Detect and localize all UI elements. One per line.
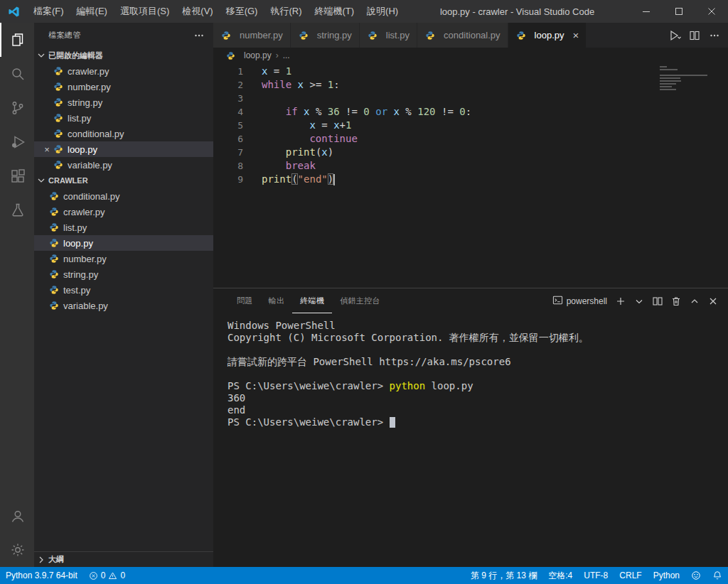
open-editors-list: ×crawler.py×number.py×string.py×list.py×… xyxy=(34,63,213,173)
panel-tab[interactable]: 輸出 xyxy=(261,288,293,313)
close-panel-button[interactable] xyxy=(705,293,721,309)
file-item[interactable]: list.py xyxy=(34,220,213,235)
menu-item-5[interactable]: 執行(R) xyxy=(264,0,308,23)
breadcrumb-file[interactable]: loop.py xyxy=(244,50,272,60)
file-name: list.py xyxy=(63,222,87,233)
editor-tab[interactable]: string.py xyxy=(291,23,360,48)
split-terminal-button[interactable] xyxy=(650,293,665,309)
terminal-line: 請嘗試新的跨平台 PowerShell https://aka.ms/pscor… xyxy=(228,356,728,368)
open-editor-item[interactable]: ×list.py xyxy=(34,110,213,126)
file-name: conditional.py xyxy=(68,129,124,139)
tab-label: loop.py xyxy=(535,30,564,40)
extensions-icon[interactable] xyxy=(0,159,34,193)
editor-tab[interactable]: conditional.py xyxy=(417,23,508,48)
menu-item-4[interactable]: 移至(G) xyxy=(220,0,264,23)
python-file-icon xyxy=(48,284,60,296)
line-number: 7 xyxy=(213,146,243,159)
panel-tab[interactable]: 問題 xyxy=(229,288,261,313)
open-editor-item[interactable]: ×string.py xyxy=(34,94,213,110)
file-name: variable.py xyxy=(63,301,108,311)
feedback-icon[interactable] xyxy=(685,567,707,584)
close-icon[interactable]: × xyxy=(573,30,579,40)
editor-tab[interactable]: number.py xyxy=(213,23,291,48)
file-name: variable.py xyxy=(68,160,112,171)
editor-tab[interactable]: loop.py× xyxy=(508,23,587,48)
code-line[interactable]: 6 continue xyxy=(213,132,728,146)
code-line[interactable]: 5 x = x+1 xyxy=(213,119,728,132)
close-icon[interactable]: × xyxy=(41,144,53,155)
menu-item-7[interactable]: 說明(H) xyxy=(360,0,405,23)
problems-status[interactable]: 0 0 xyxy=(83,567,131,584)
code-line[interactable]: 8 break xyxy=(213,159,728,173)
open-editor-item[interactable]: ×conditional.py xyxy=(34,126,213,141)
explorer-icon[interactable] xyxy=(0,23,34,57)
open-editor-item[interactable]: ×number.py xyxy=(34,79,213,94)
maximize-panel-button[interactable] xyxy=(687,293,702,309)
terminal-dropdown-icon[interactable] xyxy=(631,293,647,309)
settings-gear-icon[interactable] xyxy=(0,533,34,567)
encoding[interactable]: UTF-8 xyxy=(578,567,614,584)
menu-item-3[interactable]: 檢視(V) xyxy=(176,0,219,23)
code-line[interactable]: 7 print(x) xyxy=(213,146,728,159)
open-editor-item[interactable]: ×variable.py xyxy=(34,157,213,173)
cursor-position[interactable]: 第 9 行，第 13 欄 xyxy=(465,567,542,584)
tab-label: list.py xyxy=(386,30,410,40)
python-file-icon xyxy=(53,159,64,171)
file-item[interactable]: crawler.py xyxy=(34,204,213,220)
panel-tab[interactable]: 終端機 xyxy=(292,288,332,313)
source-control-icon[interactable] xyxy=(0,91,34,125)
code-line[interactable]: 1x = 1 xyxy=(213,65,728,78)
breadcrumb-symbol[interactable]: ... xyxy=(283,50,290,60)
testing-icon[interactable] xyxy=(0,193,34,227)
python-file-icon xyxy=(48,222,60,233)
menu-item-2[interactable]: 選取項目(S) xyxy=(114,0,176,23)
open-editor-item[interactable]: ×loop.py xyxy=(34,141,213,157)
run-button[interactable] xyxy=(665,26,684,45)
terminal-line: 360 xyxy=(228,392,728,404)
eol-sequence[interactable]: CRLF xyxy=(614,567,647,584)
notifications-bell-icon[interactable] xyxy=(707,567,728,584)
account-icon[interactable] xyxy=(0,499,34,533)
search-icon[interactable] xyxy=(0,57,34,91)
open-editors-section-header[interactable]: 已開啟的編輯器 xyxy=(34,48,213,63)
folder-section-header[interactable]: CRAWLER xyxy=(34,173,213,188)
python-file-icon xyxy=(48,269,60,280)
new-terminal-button[interactable] xyxy=(613,293,628,309)
file-item[interactable]: test.py xyxy=(34,282,213,298)
code-editor[interactable]: 1x = 12while x >= 1:34 if x % 36 != 0 or… xyxy=(213,63,728,288)
file-item[interactable]: variable.py xyxy=(34,298,213,313)
editor-more-actions-button[interactable] xyxy=(705,26,724,45)
file-item[interactable]: number.py xyxy=(34,251,213,266)
code-line[interactable]: 9print("end") xyxy=(213,173,728,186)
file-item[interactable]: string.py xyxy=(34,266,213,282)
more-actions-icon[interactable] xyxy=(193,30,205,41)
title-bar: 檔案(F)編輯(E)選取項目(S)檢視(V)移至(G)執行(R)終端機(T)說明… xyxy=(0,0,728,23)
language-mode[interactable]: Python xyxy=(648,567,685,584)
panel: 問題輸出終端機偵錯主控台 powershell Wind xyxy=(213,288,728,567)
terminal-line xyxy=(228,368,728,380)
indentation[interactable]: 空格:4 xyxy=(542,567,578,584)
code-line[interactable]: 2while x >= 1: xyxy=(213,78,728,92)
panel-tab[interactable]: 偵錯主控台 xyxy=(332,288,388,313)
minimize-button[interactable] xyxy=(630,0,663,23)
open-editor-item[interactable]: ×crawler.py xyxy=(34,63,213,79)
menu-item-6[interactable]: 終端機(T) xyxy=(308,0,360,23)
breadcrumb[interactable]: loop.py › ... xyxy=(213,48,728,63)
outline-section-header[interactable]: 大綱 xyxy=(34,551,213,567)
editor-tab[interactable]: list.py xyxy=(360,23,417,48)
terminal[interactable]: Windows PowerShellCopyright (C) Microsof… xyxy=(213,313,728,567)
minimap[interactable] xyxy=(660,66,717,90)
menu-item-1[interactable]: 編輯(E) xyxy=(70,0,114,23)
file-item[interactable]: conditional.py xyxy=(34,188,213,204)
menu-item-0[interactable]: 檔案(F) xyxy=(27,0,70,23)
maximize-button[interactable] xyxy=(663,0,695,23)
run-debug-icon[interactable] xyxy=(0,125,34,159)
close-button[interactable] xyxy=(695,0,728,23)
split-editor-button[interactable] xyxy=(685,26,704,45)
code-line[interactable]: 4 if x % 36 != 0 or x % 120 != 0: xyxy=(213,105,728,119)
kill-terminal-trash-icon[interactable] xyxy=(668,293,684,309)
shell-selector[interactable]: powershell xyxy=(552,295,607,308)
python-version[interactable]: Python 3.9.7 64-bit xyxy=(0,567,83,584)
file-item[interactable]: loop.py xyxy=(34,235,213,251)
code-line[interactable]: 3 xyxy=(213,92,728,105)
